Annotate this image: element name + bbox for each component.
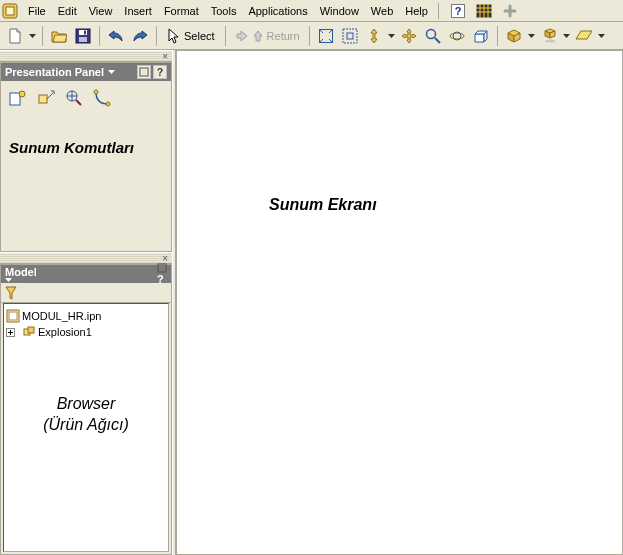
tree-root-label: MODUL_HR.ipn: [22, 310, 101, 322]
chevron-down-icon: [108, 70, 115, 74]
return-arrow-up-icon: [252, 29, 264, 43]
create-view-icon[interactable]: [9, 89, 27, 107]
model-panel-title: Model: [5, 266, 37, 278]
select-label: Select: [184, 30, 215, 42]
menu-tools[interactable]: Tools: [205, 3, 243, 19]
plane-icon[interactable]: [573, 26, 595, 46]
pan-icon[interactable]: [398, 26, 420, 46]
graphics-canvas[interactable]: Sunum Ekranı: [176, 50, 623, 555]
return-arrow-icon: [235, 29, 249, 43]
menu-window[interactable]: Window: [314, 3, 365, 19]
expand-plus-icon[interactable]: [6, 328, 20, 337]
svg-rect-30: [9, 312, 17, 320]
menu-help[interactable]: Help: [399, 3, 434, 19]
zoom-dynamic-icon[interactable]: [363, 26, 385, 46]
help-question-icon[interactable]: ?: [447, 1, 469, 21]
grid-toggle-icon[interactable]: [473, 1, 495, 21]
return-label: Return: [267, 30, 300, 42]
menu-edit[interactable]: Edit: [52, 3, 83, 19]
return-button: Return: [231, 26, 304, 46]
save-icon[interactable]: [72, 26, 94, 46]
menu-applications[interactable]: Applications: [242, 3, 313, 19]
svg-point-20: [545, 39, 555, 42]
main-toolbar: Select Return: [0, 22, 623, 50]
app-icon: [2, 3, 18, 19]
svg-point-17: [426, 29, 435, 38]
svg-rect-22: [10, 93, 20, 105]
svg-rect-33: [28, 327, 34, 333]
select-tool[interactable]: Select: [162, 26, 220, 46]
presentation-body-label: Sunum Komutları: [9, 139, 134, 156]
new-file-icon[interactable]: [4, 26, 26, 46]
menu-file[interactable]: File: [22, 3, 52, 19]
animate-icon[interactable]: [93, 89, 111, 107]
precise-view-icon[interactable]: [65, 89, 83, 107]
cursor-icon: [167, 28, 181, 44]
svg-point-26: [94, 90, 98, 94]
orbit-icon[interactable]: [446, 26, 468, 46]
left-column: × Presentation Panel ?: [0, 50, 172, 555]
plane-dropdown[interactable]: [597, 26, 606, 46]
toolbar-separator: [497, 26, 498, 46]
menu-web[interactable]: Web: [365, 3, 399, 19]
menu-divider: [438, 3, 439, 19]
svg-point-27: [106, 102, 110, 106]
shadow-dropdown[interactable]: [562, 26, 571, 46]
zoom-icon[interactable]: [422, 26, 444, 46]
toolbar-separator: [225, 26, 226, 46]
model-tree[interactable]: MODUL_HR.ipn Explosion1 Browser (Ürün Ağ…: [3, 303, 169, 552]
panel-grip-top[interactable]: ×: [0, 50, 172, 62]
new-file-dropdown[interactable]: [28, 26, 37, 46]
panel-pin-icon[interactable]: [157, 263, 167, 273]
presentation-panel-header[interactable]: Presentation Panel ?: [1, 63, 171, 81]
close-icon[interactable]: ×: [162, 253, 168, 264]
svg-rect-24: [39, 95, 47, 103]
menu-format[interactable]: Format: [158, 3, 205, 19]
toolbar-separator: [309, 26, 310, 46]
undo-icon[interactable]: [105, 26, 127, 46]
panel-grip-middle[interactable]: ×: [0, 252, 172, 264]
toolbar-separator: [156, 26, 157, 46]
svg-point-19: [450, 33, 464, 39]
shadow-icon[interactable]: [538, 26, 560, 46]
model-filter-row: [1, 283, 171, 303]
zoom-all-icon[interactable]: [315, 26, 337, 46]
menu-view[interactable]: View: [83, 3, 119, 19]
svg-rect-13: [84, 30, 86, 34]
svg-text:?: ?: [455, 5, 462, 17]
filter-icon[interactable]: [5, 286, 17, 300]
menu-insert[interactable]: Insert: [118, 3, 158, 19]
component-style-icon[interactable]: [503, 26, 525, 46]
component-style-dropdown[interactable]: [527, 26, 536, 46]
tree-child-row[interactable]: Explosion1: [6, 324, 166, 340]
open-file-icon[interactable]: [48, 26, 70, 46]
svg-point-23: [19, 91, 25, 97]
zoom-dropdown[interactable]: [387, 26, 396, 46]
presentation-panel-body: Sunum Komutları: [1, 81, 171, 251]
zoom-window-icon[interactable]: [339, 26, 361, 46]
presentation-panel-title: Presentation Panel: [5, 66, 104, 78]
svg-rect-28: [158, 264, 166, 272]
menu-bar: File Edit View Insert Format Tools Appli…: [0, 0, 623, 22]
tweak-component-icon[interactable]: [37, 89, 55, 107]
panel-pin-icon[interactable]: [137, 65, 151, 79]
look-at-icon[interactable]: [470, 26, 492, 46]
explosion-icon: [22, 325, 36, 339]
workspace: × Presentation Panel ?: [0, 50, 623, 555]
svg-rect-21: [140, 68, 148, 76]
svg-rect-12: [79, 37, 87, 42]
redo-icon[interactable]: [129, 26, 151, 46]
close-icon[interactable]: ×: [162, 51, 168, 62]
browser-annotation: Browser (Ürün Ağıcı): [4, 394, 168, 436]
add-plus-icon[interactable]: [499, 1, 521, 21]
model-panel-header[interactable]: Model ?: [1, 265, 171, 283]
toolbar-separator: [99, 26, 100, 46]
presentation-panel: Presentation Panel ?: [0, 62, 172, 252]
canvas-annotation: Sunum Ekranı: [269, 196, 377, 214]
panel-help-icon[interactable]: ?: [153, 65, 167, 79]
toolbar-separator: [42, 26, 43, 46]
svg-rect-1: [6, 7, 14, 15]
model-panel: Model ? MODUL_HR.ipn: [0, 264, 172, 555]
chevron-down-icon: [5, 278, 12, 282]
tree-root-row[interactable]: MODUL_HR.ipn: [6, 308, 166, 324]
